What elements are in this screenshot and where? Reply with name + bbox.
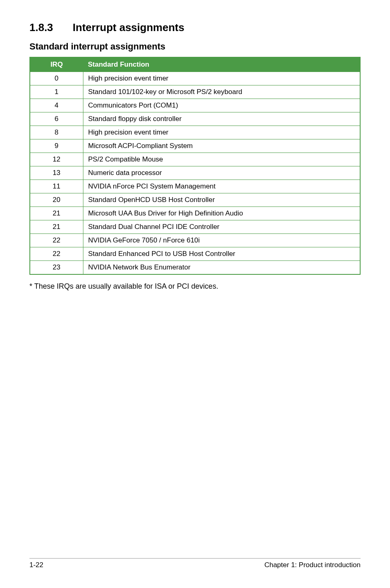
page-number: 1-22 [29,561,43,569]
cell-irq: 12 [30,153,83,166]
cell-function: NVIDIA Network Bus Enumerator [83,261,360,275]
table-row: 8High precision event timer [30,126,360,139]
cell-irq: 21 [30,220,83,234]
table-row: 0High precision event timer [30,72,360,85]
cell-irq: 23 [30,261,83,275]
sub-heading: Standard interrupt assignments [29,41,361,52]
cell-function: Microsoft UAA Bus Driver for High Defini… [83,207,360,220]
cell-function: Standard Dual Channel PCI IDE Controller [83,220,360,234]
cell-function: Microsoft ACPI-Compliant System [83,139,360,153]
cell-function: NVIDIA GeForce 7050 / nForce 610i [83,234,360,247]
table-row: 22NVIDIA GeForce 7050 / nForce 610i [30,234,360,247]
table-row: 13Numeric data processor [30,166,360,180]
table-row: 22Standard Enhanced PCI to USB Host Cont… [30,247,360,261]
cell-function: Numeric data processor [83,166,360,180]
cell-irq: 22 [30,234,83,247]
cell-irq: 9 [30,139,83,153]
cell-function: Standard OpenHCD USB Host Controller [83,193,360,207]
cell-function: Standard 101/102-key or Microsoft PS/2 k… [83,85,360,99]
cell-function: Communicators Port (COM1) [83,99,360,112]
table-row: 4Communicators Port (COM1) [30,99,360,112]
cell-irq: 6 [30,112,83,126]
table-row: 12PS/2 Compatible Mouse [30,153,360,166]
table-row: 21Microsoft UAA Bus Driver for High Defi… [30,207,360,220]
cell-irq: 20 [30,193,83,207]
table-header-row: IRQ Standard Function [30,57,360,72]
cell-function: High precision event timer [83,72,360,85]
cell-irq: 21 [30,207,83,220]
cell-irq: 4 [30,99,83,112]
table-row: 21Standard Dual Channel PCI IDE Controll… [30,220,360,234]
chapter-label: Chapter 1: Product introduction [264,561,361,569]
cell-irq: 13 [30,166,83,180]
cell-irq: 8 [30,126,83,139]
irq-table: IRQ Standard Function 0High precision ev… [29,57,361,275]
table-row: 23NVIDIA Network Bus Enumerator [30,261,360,275]
header-irq: IRQ [30,57,83,72]
cell-function: NVIDIA nForce PCI System Management [83,180,360,193]
table-row: 9Microsoft ACPI-Compliant System [30,139,360,153]
cell-function: Standard floppy disk controller [83,112,360,126]
section-heading: 1.8.3Interrupt assignments [29,21,361,34]
table-row: 6Standard floppy disk controller [30,112,360,126]
cell-function: High precision event timer [83,126,360,139]
section-title: Interrupt assignments [73,21,184,34]
cell-function: PS/2 Compatible Mouse [83,153,360,166]
table-row: 11NVIDIA nForce PCI System Management [30,180,360,193]
cell-function: Standard Enhanced PCI to USB Host Contro… [83,247,360,261]
table-row: 20Standard OpenHCD USB Host Controller [30,193,360,207]
cell-irq: 0 [30,72,83,85]
header-function: Standard Function [83,57,360,72]
cell-irq: 11 [30,180,83,193]
cell-irq: 22 [30,247,83,261]
cell-irq: 1 [30,85,83,99]
footnote: * These IRQs are usually available for I… [29,282,361,291]
section-number: 1.8.3 [29,21,53,34]
table-row: 1Standard 101/102-key or Microsoft PS/2 … [30,85,360,99]
page-footer: 1-22 Chapter 1: Product introduction [29,558,361,569]
